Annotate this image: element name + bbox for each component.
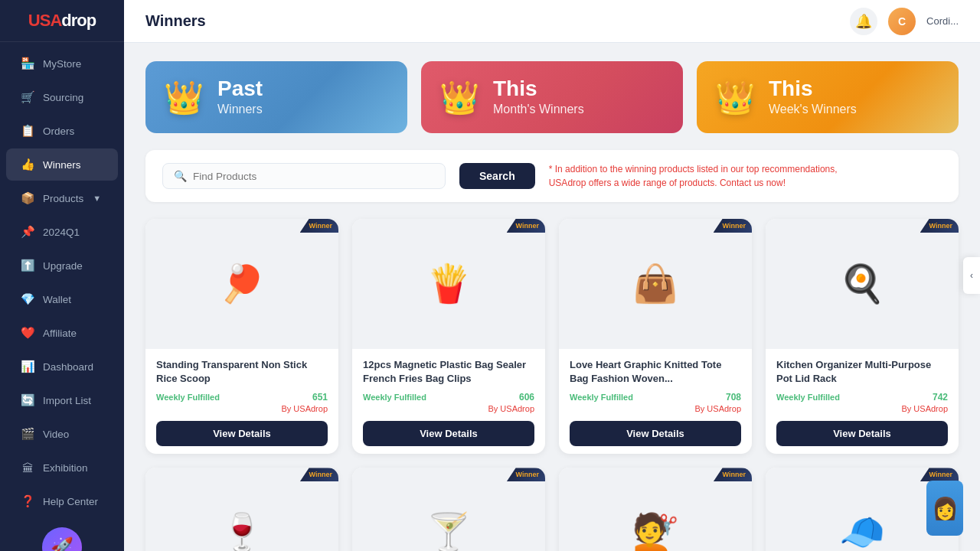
- product-meta-p3: Weekly Fulfilled 708: [570, 392, 741, 403]
- nav-icon-products: 📦: [20, 191, 35, 206]
- nav-icon-helpcenter: ❓: [20, 494, 35, 509]
- nav-label-dashboard: Dashboard: [43, 361, 93, 373]
- winner-card-icon-past: 👑: [164, 79, 204, 116]
- view-details-button-p4[interactable]: View Details: [776, 421, 948, 446]
- winner-card-main-past: Past: [217, 78, 263, 99]
- logo-drop: drop: [61, 11, 96, 30]
- nav-icon-dashboard: 📊: [20, 359, 35, 374]
- product-title-p3: Love Heart Graphic Knitted Tote Bag Fash…: [570, 358, 741, 386]
- winner-card-sub-week: Week's Winners: [769, 103, 857, 116]
- fulfilled-tag-p1: Weekly Fulfilled: [156, 393, 220, 402]
- logo-usa: USA: [28, 11, 61, 30]
- nav-icon-winners: 👍: [20, 157, 35, 172]
- view-details-button-p2[interactable]: View Details: [363, 421, 534, 446]
- chat-person-icon[interactable]: 👩: [926, 481, 963, 536]
- product-grid: Winner 🏓 Standing Transparent Non Stick …: [145, 219, 959, 551]
- sidebar-item-sourcing[interactable]: 🛒 Sourcing: [6, 81, 118, 113]
- nav-label-orders: Orders: [43, 126, 74, 137]
- search-input-wrap: 🔍: [162, 163, 446, 189]
- product-title-p1: Standing Transparent Non Stick Rice Scoo…: [156, 358, 328, 386]
- winner-card-icon-month: 👑: [439, 79, 479, 116]
- winner-cards-row: 👑 Past Winners 👑 This Month's Winners 👑 …: [145, 61, 959, 133]
- nav-label-mystore: MyStore: [43, 58, 81, 70]
- product-count-p3: 708: [726, 392, 741, 403]
- winner-card-icon-week: 👑: [715, 79, 755, 116]
- winner-card-text-week: This Week's Winners: [769, 78, 857, 116]
- nav-label-sourcing: Sourcing: [43, 92, 83, 103]
- search-section: 🔍 Search * In addition to the winning pr…: [145, 150, 959, 202]
- nav-label-video: Video: [43, 429, 69, 440]
- product-by-p3: By USAdrop: [570, 404, 741, 413]
- sidebar-item-exhibition[interactable]: 🏛 Exhibition: [6, 452, 118, 484]
- sidebar-item-upgrade[interactable]: ⬆️ Upgrade: [6, 249, 118, 282]
- product-by-p4: By USAdrop: [776, 404, 948, 413]
- product-card-p6: Winner 🍸 Stainless Steel Cocktail Mixer …: [352, 468, 545, 551]
- product-count-p4: 742: [933, 392, 948, 403]
- winner-card-text-past: Past Winners: [217, 78, 263, 116]
- search-button[interactable]: Search: [459, 163, 535, 189]
- nav-icon-2024q1: 📌: [20, 224, 35, 240]
- product-meta-p2: Weekly Fulfilled 606: [363, 392, 534, 403]
- nav-label-affiliate: Affiliate: [43, 328, 77, 339]
- right-panel-toggle[interactable]: ‹: [963, 257, 980, 294]
- avatar[interactable]: C: [888, 8, 916, 35]
- product-count-p1: 651: [312, 392, 328, 403]
- winner-card-week[interactable]: 👑 This Week's Winners: [697, 61, 959, 133]
- fulfilled-tag-p4: Weekly Fulfilled: [776, 393, 840, 402]
- nav-label-2024q1: 2024Q1: [43, 227, 80, 238]
- bot-avatar: 🚀: [42, 527, 82, 551]
- product-count-p2: 606: [519, 392, 534, 403]
- product-card-p2: Winner 🍟 12pcs Magnetic Plastic Bag Seal…: [352, 219, 545, 454]
- sidebar-item-products[interactable]: 📦 Products ▼: [6, 182, 118, 214]
- view-details-button-p3[interactable]: View Details: [570, 421, 741, 446]
- sidebar-item-helpcenter[interactable]: ❓ Help Center: [6, 485, 118, 517]
- fulfilled-tag-p2: Weekly Fulfilled: [363, 393, 426, 402]
- sidebar-item-wallet[interactable]: 💎 Wallet: [6, 283, 118, 315]
- sidebar-item-importlist[interactable]: 🔄 Import List: [6, 384, 118, 416]
- product-card-p1: Winner 🏓 Standing Transparent Non Stick …: [145, 219, 338, 454]
- search-icon: 🔍: [174, 170, 187, 182]
- user-name: Cordi...: [926, 15, 959, 27]
- sidebar-item-mystore[interactable]: 🏪 MyStore: [6, 47, 118, 80]
- search-input[interactable]: [193, 171, 434, 182]
- nav-icon-wallet: 💎: [20, 292, 35, 307]
- nav-icon-mystore: 🏪: [20, 56, 35, 71]
- product-meta-p1: Weekly Fulfilled 651: [156, 392, 328, 403]
- sidebar-item-dashboard[interactable]: 📊 Dashboard: [6, 350, 118, 383]
- product-title-p2: 12pcs Magnetic Plastic Bag Sealer French…: [363, 358, 534, 386]
- fulfilled-tag-p3: Weekly Fulfilled: [570, 393, 633, 402]
- content-area: 👑 Past Winners 👑 This Month's Winners 👑 …: [124, 43, 980, 551]
- nav-label-exhibition: Exhibition: [43, 462, 88, 474]
- sidebar-footer: 🚀: [33, 518, 91, 551]
- nav-label-wallet: Wallet: [43, 294, 71, 305]
- logo: USAdrop: [28, 11, 96, 31]
- nav-label-helpcenter: Help Center: [43, 496, 98, 507]
- nav-label-importlist: Import List: [43, 395, 91, 406]
- nav-icon-affiliate: ❤️: [20, 325, 35, 341]
- products-arrow-icon: ▼: [93, 194, 101, 203]
- nav-icon-sourcing: 🛒: [20, 90, 35, 105]
- page-title: Winners: [145, 12, 206, 30]
- nav-icon-upgrade: ⬆️: [20, 258, 35, 273]
- product-by-p1: By USAdrop: [156, 404, 328, 413]
- product-body-p2: 12pcs Magnetic Plastic Bag Sealer French…: [352, 349, 545, 454]
- sidebar-item-winners[interactable]: 👍 Winners: [6, 148, 118, 181]
- sidebar-item-affiliate[interactable]: ❤️ Affiliate: [6, 317, 118, 349]
- sidebar-item-2024q1[interactable]: 📌 2024Q1: [6, 216, 118, 248]
- sidebar-nav: 🏪 MyStore 🛒 Sourcing 📋 Orders 👍 Winners …: [0, 47, 124, 518]
- winner-card-text-month: This Month's Winners: [493, 78, 584, 116]
- view-details-button-p1[interactable]: View Details: [156, 421, 328, 446]
- search-notice-line2: USAdrop offers a wide range of products.…: [549, 176, 942, 190]
- nav-label-products: Products: [43, 193, 83, 204]
- sidebar-item-video[interactable]: 🎬 Video: [6, 418, 118, 450]
- winner-card-past[interactable]: 👑 Past Winners: [145, 61, 407, 133]
- notification-button[interactable]: 🔔: [850, 8, 877, 35]
- product-image-p2: 🍟: [352, 219, 545, 349]
- winner-card-sub-month: Month's Winners: [493, 103, 584, 116]
- product-body-p4: Kitchen Organizer Multi-Purpose Pot Lid …: [766, 349, 959, 454]
- product-body-p3: Love Heart Graphic Knitted Tote Bag Fash…: [559, 349, 752, 454]
- sidebar-item-orders[interactable]: 📋 Orders: [6, 115, 118, 147]
- sidebar-logo: USAdrop: [0, 0, 124, 42]
- winner-card-main-month: This: [493, 78, 584, 99]
- winner-card-month[interactable]: 👑 This Month's Winners: [421, 61, 683, 133]
